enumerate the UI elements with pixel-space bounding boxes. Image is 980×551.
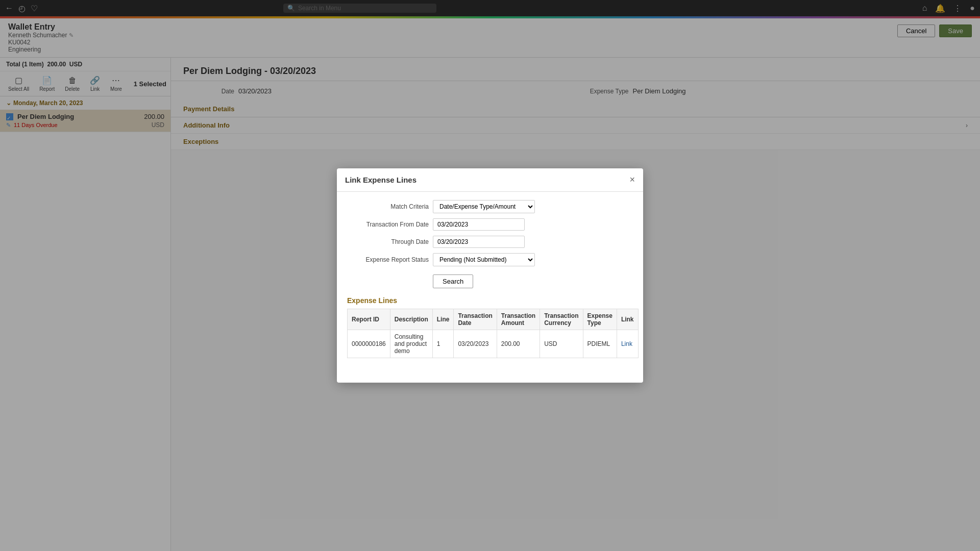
through-date-label: Through Date: [347, 238, 429, 245]
expense-report-status-select[interactable]: Pending (Not Submitted) Submitted Approv…: [433, 253, 535, 266]
table-header: Report ID Description Line TransactionDa…: [348, 309, 639, 330]
expense-lines-section: Expense Lines Report ID Description Line…: [347, 296, 633, 358]
modal-body: Match Criteria Date/Expense Type/Amount …: [337, 192, 643, 383]
match-criteria-label: Match Criteria: [347, 203, 429, 210]
modal-overlay: Link Expense Lines × Match Criteria Date…: [0, 0, 980, 551]
cell-transaction-date: 03/20/2023: [454, 330, 497, 358]
col-transaction-currency: TransactionCurrency: [540, 309, 583, 330]
search-button[interactable]: Search: [433, 274, 473, 288]
expense-report-status-label: Expense Report Status: [347, 256, 429, 263]
cell-report-id: 0000000186: [348, 330, 390, 358]
col-expense-type: ExpenseType: [583, 309, 617, 330]
search-button-container: Search: [433, 272, 633, 292]
col-report-id: Report ID: [348, 309, 390, 330]
cell-line: 1: [432, 330, 454, 358]
transaction-from-date-input[interactable]: [433, 218, 525, 231]
match-criteria-row: Match Criteria Date/Expense Type/Amount …: [347, 200, 633, 213]
modal-form: Match Criteria Date/Expense Type/Amount …: [347, 200, 633, 266]
col-description: Description: [390, 309, 432, 330]
through-date-row: Through Date: [347, 236, 633, 248]
cell-expense-type: PDIEML: [583, 330, 617, 358]
col-transaction-date: TransactionDate: [454, 309, 497, 330]
cell-transaction-amount: 200.00: [497, 330, 540, 358]
expense-report-status-row: Expense Report Status Pending (Not Submi…: [347, 253, 633, 266]
modal-title: Link Expense Lines: [345, 176, 416, 184]
modal-close-button[interactable]: ×: [629, 174, 635, 185]
col-line: Line: [432, 309, 454, 330]
link-action-button[interactable]: Link: [621, 340, 632, 347]
link-expense-lines-modal: Link Expense Lines × Match Criteria Date…: [337, 168, 643, 383]
modal-header: Link Expense Lines ×: [337, 168, 643, 192]
cell-link: Link: [617, 330, 638, 358]
transaction-from-date-label: Transaction From Date: [347, 221, 429, 228]
col-transaction-amount: TransactionAmount: [497, 309, 540, 330]
expense-lines-table: Report ID Description Line TransactionDa…: [347, 309, 639, 358]
col-link: Link: [617, 309, 638, 330]
expense-lines-title: Expense Lines: [347, 296, 633, 305]
table-row: 0000000186 Consulting and product demo 1…: [348, 330, 639, 358]
table-body: 0000000186 Consulting and product demo 1…: [348, 330, 639, 358]
through-date-input[interactable]: [433, 236, 525, 248]
cell-description: Consulting and product demo: [390, 330, 432, 358]
cell-transaction-currency: USD: [540, 330, 583, 358]
transaction-from-date-row: Transaction From Date: [347, 218, 633, 231]
match-criteria-select[interactable]: Date/Expense Type/Amount Date/Amount Dat…: [433, 200, 535, 213]
